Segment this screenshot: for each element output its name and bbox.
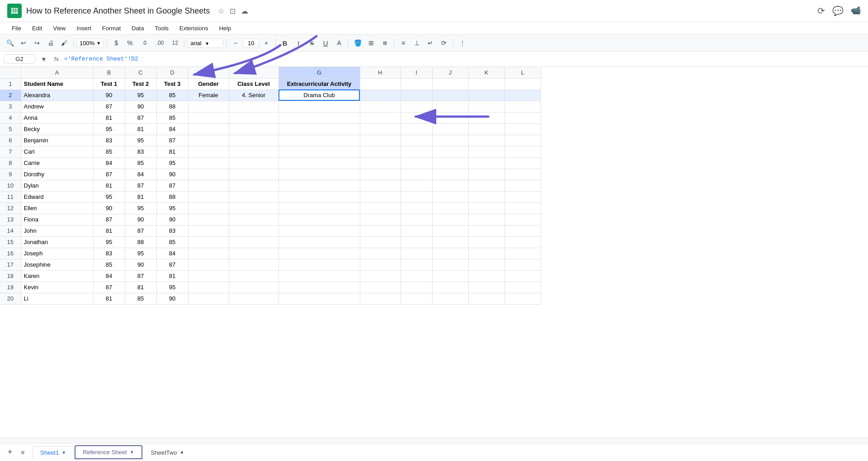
cell-J2[interactable]	[432, 89, 468, 101]
menu-file[interactable]: File	[7, 23, 26, 33]
col-header-C[interactable]: C	[125, 67, 156, 78]
cell-B3[interactable]: 87	[93, 101, 125, 112]
cell-E3[interactable]	[188, 101, 229, 112]
cell-C11[interactable]: 81	[125, 191, 156, 202]
cell-G20[interactable]	[278, 293, 360, 304]
cell-B11[interactable]: 95	[93, 191, 125, 202]
cell-H15[interactable]	[360, 236, 401, 248]
col-header-L[interactable]: L	[505, 67, 541, 78]
col-header-D[interactable]: D	[156, 67, 188, 78]
cell-I8[interactable]	[401, 157, 432, 169]
cell-E1[interactable]: Gender	[188, 78, 229, 89]
cell-K4[interactable]	[468, 112, 505, 123]
cell-L3[interactable]	[505, 101, 541, 112]
more-btn[interactable]: ⋮	[456, 37, 469, 49]
cell-H12[interactable]	[360, 202, 401, 214]
cell-C4[interactable]: 87	[125, 112, 156, 123]
cell-G17[interactable]	[278, 259, 360, 270]
cell-D16[interactable]: 84	[156, 248, 188, 259]
cell-I1[interactable]	[401, 78, 432, 89]
cell-C16[interactable]: 95	[125, 248, 156, 259]
cell-K5[interactable]	[468, 123, 505, 135]
cell-D14[interactable]: 83	[156, 225, 188, 236]
cell-D20[interactable]: 90	[156, 293, 188, 304]
cell-B9[interactable]: 87	[93, 169, 125, 180]
dec-increase-btn[interactable]: .0	[137, 37, 151, 49]
row-header-7[interactable]: 7	[0, 146, 21, 157]
menu-edit[interactable]: Edit	[28, 23, 47, 33]
cell-A2[interactable]: Alexandra	[21, 89, 93, 101]
cell-A1[interactable]: Student Name	[21, 78, 93, 89]
cell-I20[interactable]	[401, 293, 432, 304]
cell-D17[interactable]: 87	[156, 259, 188, 270]
cell-I6[interactable]	[401, 135, 432, 146]
redo-btn[interactable]: ↪	[31, 37, 43, 49]
more-formats-btn[interactable]: 12	[169, 37, 181, 49]
cell-E14[interactable]	[188, 225, 229, 236]
cell-reference[interactable]: G2	[4, 54, 35, 64]
row-header-12[interactable]: 12	[0, 202, 21, 214]
cell-G1[interactable]: Extracurricular Activity	[278, 78, 360, 89]
cell-H10[interactable]	[360, 180, 401, 191]
cell-F7[interactable]	[229, 146, 278, 157]
cell-C18[interactable]: 87	[125, 270, 156, 282]
cell-G11[interactable]	[278, 191, 360, 202]
cell-A13[interactable]: Fiona	[21, 214, 93, 225]
cell-G4[interactable]	[278, 112, 360, 123]
cell-H4[interactable]	[360, 112, 401, 123]
row-header-20[interactable]: 20	[0, 293, 21, 304]
cell-D18[interactable]: 81	[156, 270, 188, 282]
cell-B5[interactable]: 95	[93, 123, 125, 135]
cell-G12[interactable]	[278, 202, 360, 214]
sheettwo-arrow[interactable]: ▼	[179, 450, 184, 455]
cell-D1[interactable]: Test 3	[156, 78, 188, 89]
cell-D15[interactable]: 85	[156, 236, 188, 248]
cell-F15[interactable]	[229, 236, 278, 248]
cell-B4[interactable]: 81	[93, 112, 125, 123]
cell-E4[interactable]	[188, 112, 229, 123]
zoom-control[interactable]: 100% ▼	[76, 38, 104, 48]
cell-I2[interactable]	[401, 89, 432, 101]
cell-A11[interactable]: Edward	[21, 191, 93, 202]
cell-L8[interactable]	[505, 157, 541, 169]
cell-L19[interactable]	[505, 282, 541, 293]
menu-view[interactable]: View	[48, 23, 70, 33]
cell-K11[interactable]	[468, 191, 505, 202]
cell-I17[interactable]	[401, 259, 432, 270]
percent-btn[interactable]: %	[123, 37, 136, 49]
cell-K2[interactable]	[468, 89, 505, 101]
cell-A4[interactable]: Anna	[21, 112, 93, 123]
cell-I19[interactable]	[401, 282, 432, 293]
text-wrap-btn[interactable]: ↵	[424, 37, 437, 49]
cell-B7[interactable]: 85	[93, 146, 125, 157]
font-decrease-btn[interactable]: −	[229, 37, 242, 49]
cell-A20[interactable]: Li	[21, 293, 93, 304]
cell-D9[interactable]: 90	[156, 169, 188, 180]
col-header-J[interactable]: J	[432, 67, 468, 78]
history-icon[interactable]: ⟳	[817, 5, 825, 16]
font-increase-btn[interactable]: +	[260, 37, 273, 49]
row-header-17[interactable]: 17	[0, 259, 21, 270]
cell-J19[interactable]	[432, 282, 468, 293]
col-header-B[interactable]: B	[93, 67, 125, 78]
sheet-tab-sheet1[interactable]: Sheet1 ▼	[33, 446, 74, 459]
cell-E8[interactable]	[188, 157, 229, 169]
cell-A8[interactable]: Carrie	[21, 157, 93, 169]
col-header-H[interactable]: H	[360, 67, 401, 78]
cell-D6[interactable]: 87	[156, 135, 188, 146]
cell-F20[interactable]	[229, 293, 278, 304]
cell-F13[interactable]	[229, 214, 278, 225]
cell-H14[interactable]	[360, 225, 401, 236]
cell-D13[interactable]: 90	[156, 214, 188, 225]
cell-C13[interactable]: 90	[125, 214, 156, 225]
cell-K14[interactable]	[468, 225, 505, 236]
star-icon[interactable]: ☆	[218, 7, 224, 15]
undo-btn[interactable]: ↩	[17, 37, 30, 49]
cell-H5[interactable]	[360, 123, 401, 135]
menu-format[interactable]: Format	[98, 23, 125, 33]
cell-A14[interactable]: John	[21, 225, 93, 236]
cell-E2[interactable]: Female	[188, 89, 229, 101]
menu-insert[interactable]: Insert	[72, 23, 96, 33]
cell-G18[interactable]	[278, 270, 360, 282]
cell-L12[interactable]	[505, 202, 541, 214]
